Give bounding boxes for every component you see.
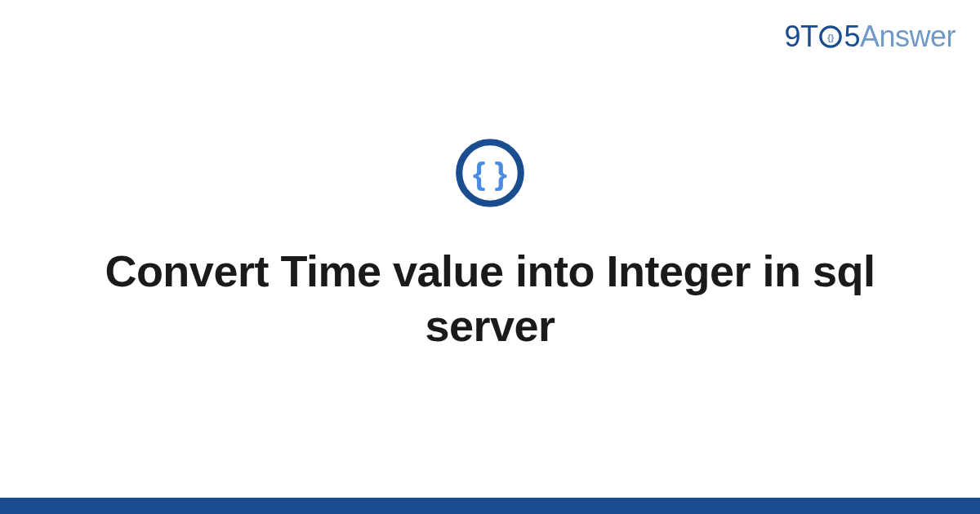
bottom-accent-bar bbox=[0, 498, 980, 514]
main-content: { } Convert Time value into Integer in s… bbox=[0, 0, 980, 514]
svg-text:{ }: { } bbox=[473, 155, 507, 191]
code-braces-icon: { } bbox=[453, 136, 527, 213]
page-title: Convert Time value into Integer in sql s… bbox=[49, 244, 931, 354]
